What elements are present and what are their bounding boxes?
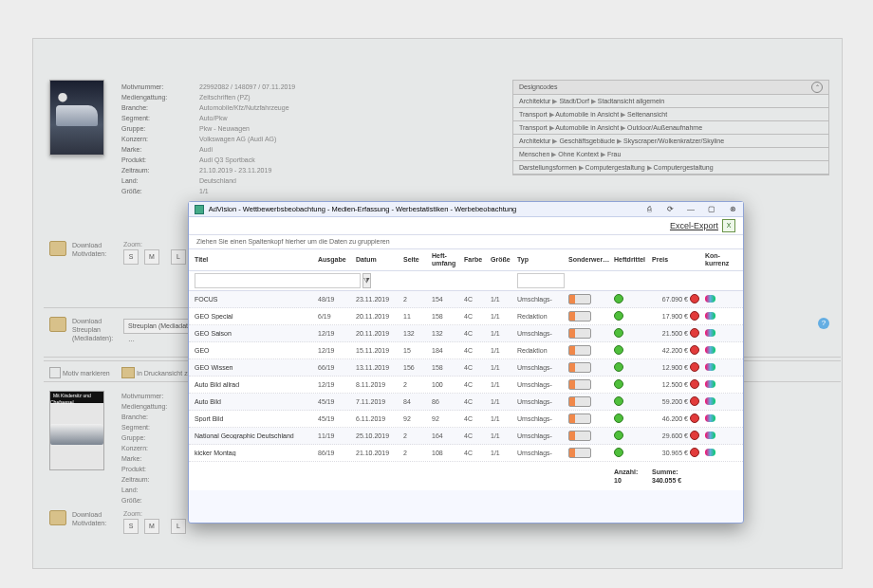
price-warn-icon xyxy=(690,396,699,406)
konkurrenz-icon[interactable] xyxy=(705,346,715,354)
konkurrenz-icon[interactable] xyxy=(705,295,715,303)
price-warn-icon xyxy=(690,328,699,338)
heftdrittel-ok-icon xyxy=(614,362,623,372)
download-streuplan[interactable]: Download Streuplan (Mediadaten): xyxy=(49,317,113,342)
sonderwert-badge xyxy=(568,448,591,458)
table-body: FOCUS48/1923.11.201921544C1/1Umschlags-6… xyxy=(189,291,743,462)
heftdrittel-ok-icon xyxy=(614,328,623,338)
table-filter-row: ⧩ xyxy=(189,271,743,291)
konkurrenz-icon[interactable] xyxy=(705,329,715,337)
close-icon[interactable]: ⊗ xyxy=(728,202,737,216)
folder-download-icon xyxy=(49,241,66,256)
table-row[interactable]: GEO Special6/1920.11.2019111584C1/1Redak… xyxy=(189,308,743,325)
zoom2-s[interactable]: S xyxy=(123,519,139,534)
designcode-row[interactable]: Menschen ▶ Ohne Kontext ▶ Frau xyxy=(513,148,828,161)
meta-labels: Motivnummer:Mediengattung:Branche:Segmen… xyxy=(121,82,195,196)
meta-values: 22992082 / 148097 / 07.11.2019Zeitschrif… xyxy=(199,82,389,196)
heftdrittel-ok-icon xyxy=(614,311,623,321)
group-drop-bar[interactable]: Ziehen Sie einen Spaltenkopf hierher um … xyxy=(189,235,743,249)
designcode-row[interactable]: Architektur ▶ Stadt/Dorf ▶ Stadtansicht … xyxy=(513,95,828,108)
heftdrittel-ok-icon xyxy=(614,345,623,355)
motiv2-thumbnail[interactable]: Mit Kindersitz und Chefsessel. xyxy=(49,391,104,470)
price-warn-icon xyxy=(690,379,699,389)
konkurrenz-icon[interactable] xyxy=(705,380,715,388)
print-view-icon xyxy=(121,367,135,378)
table-row[interactable]: National Geographic Deutschland11/1925.1… xyxy=(189,428,743,445)
table-row[interactable]: kicker Montag86/1921.10.201921084C1/1Ums… xyxy=(189,445,743,462)
zoom-controls: Zoom: S M L xyxy=(123,241,190,265)
filter-title-input[interactable] xyxy=(195,273,361,288)
table-footer: Anzahl: 10 Summe: 340.055 € xyxy=(189,462,743,490)
table-row[interactable]: FOCUS48/1923.11.201921544C1/1Umschlags-6… xyxy=(189,291,743,308)
heftdrittel-ok-icon xyxy=(614,413,623,423)
heftdrittel-ok-icon xyxy=(614,431,623,440)
sonderwert-badge xyxy=(568,294,591,304)
price-warn-icon xyxy=(690,413,699,423)
designcodes-title: Designcodes xyxy=(519,81,557,94)
table-row[interactable]: GEO Wissen66/1913.11.20191561584C1/1Umsc… xyxy=(189,359,743,377)
minimize-icon[interactable]: — xyxy=(686,202,696,216)
streuplan-dialog: AdVision - Wettbewerbsbeobachtung - Medi… xyxy=(188,201,744,524)
heftdrittel-ok-icon xyxy=(614,294,623,303)
excel-icon[interactable]: X xyxy=(722,219,735,232)
sonderwert-badge xyxy=(568,362,591,373)
table-row[interactable]: Auto Bild45/197.11.201984864C1/1Umschlag… xyxy=(189,394,743,411)
sonderwert-badge xyxy=(568,328,591,339)
download-motiv[interactable]: Download Motivdaten: xyxy=(49,241,106,258)
dialog-title: AdVision - Wettbewerbsbeobachtung - Medi… xyxy=(209,205,517,213)
download-motiv2[interactable]: Download Motivdaten: xyxy=(49,510,106,527)
folder-download-icon xyxy=(49,317,66,332)
konkurrenz-icon[interactable] xyxy=(705,449,715,456)
price-warn-icon xyxy=(690,294,699,303)
table-row[interactable]: GEO12/1915.11.2019151844C1/1Redaktion42.… xyxy=(189,342,743,359)
heftdrittel-ok-icon xyxy=(614,379,623,389)
refresh-icon[interactable]: ⟳ xyxy=(665,202,675,216)
help-icon[interactable]: ? xyxy=(818,318,829,329)
table-row[interactable]: Auto Bild allrad12/198.11.201921004C1/1U… xyxy=(189,377,743,394)
table-header[interactable]: Titel Ausgabe Datum Seite Heft-umfang Fa… xyxy=(189,249,743,271)
konkurrenz-icon[interactable] xyxy=(705,432,715,439)
meta2-labels: Motivnummer:Mediengattung:Branche:Segmen… xyxy=(121,391,197,505)
sonderwert-badge xyxy=(568,345,591,356)
sonderwert-badge xyxy=(568,311,591,322)
designcode-row[interactable]: Darstellungsformen ▶ Computergestaltung … xyxy=(513,161,828,175)
collapse-icon[interactable]: ⌃ xyxy=(811,82,823,93)
heftdrittel-ok-icon xyxy=(614,396,623,406)
sonderwert-badge xyxy=(568,431,591,441)
price-warn-icon xyxy=(690,448,699,457)
konkurrenz-icon[interactable] xyxy=(705,397,715,405)
designcodes-panel: Designcodes ⌃ Architektur ▶ Stadt/Dorf ▶… xyxy=(512,80,829,175)
motiv-thumbnail[interactable]: ⬤ xyxy=(49,80,104,156)
maximize-icon[interactable]: ▢ xyxy=(707,202,716,216)
konkurrenz-icon[interactable] xyxy=(705,414,715,422)
price-warn-icon xyxy=(690,345,699,355)
price-warn-icon xyxy=(690,362,699,372)
sonderwert-badge xyxy=(568,413,591,424)
designcode-row[interactable]: Transport ▶ Automobile in Ansicht ▶ Seit… xyxy=(513,108,828,121)
motiv-mark-label: Motiv markieren xyxy=(63,370,110,377)
table-row[interactable]: Sport Bild45/196.11.201992924C1/1Umschla… xyxy=(189,411,743,428)
zoom-m[interactable]: M xyxy=(144,249,159,265)
zoom-l[interactable]: L xyxy=(171,249,186,265)
konkurrenz-icon[interactable] xyxy=(705,312,715,320)
zoom2-l[interactable]: L xyxy=(171,519,186,534)
table-row[interactable]: GEO Saison12/1920.11.20191321324C1/1Umsc… xyxy=(189,325,743,342)
designcode-row[interactable]: Architektur ▶ Geschäftsgebäude ▶ Skyscra… xyxy=(513,135,828,148)
sonderwert-badge xyxy=(568,379,591,390)
excel-export-link[interactable]: Excel-Export xyxy=(670,217,718,234)
konkurrenz-icon[interactable] xyxy=(705,363,715,371)
zoom2-m[interactable]: M xyxy=(144,519,159,534)
app-icon xyxy=(195,205,204,214)
zoom-controls-2: Zoom: S M L xyxy=(123,510,190,534)
folder-download-icon xyxy=(49,510,66,525)
filter-icon[interactable]: ⧩ xyxy=(362,273,371,288)
price-warn-icon xyxy=(690,431,699,440)
price-warn-icon xyxy=(690,311,699,321)
sonderwert-badge xyxy=(568,396,591,407)
designcode-row[interactable]: Transport ▶ Automobile in Ansicht ▶ Outd… xyxy=(513,121,828,135)
motiv-mark-checkbox[interactable] xyxy=(49,367,61,378)
heftdrittel-ok-icon xyxy=(614,448,623,457)
zoom-s[interactable]: S xyxy=(123,249,139,265)
print-icon[interactable]: ⎙ xyxy=(644,202,654,216)
filter-typ-input[interactable] xyxy=(517,273,565,288)
